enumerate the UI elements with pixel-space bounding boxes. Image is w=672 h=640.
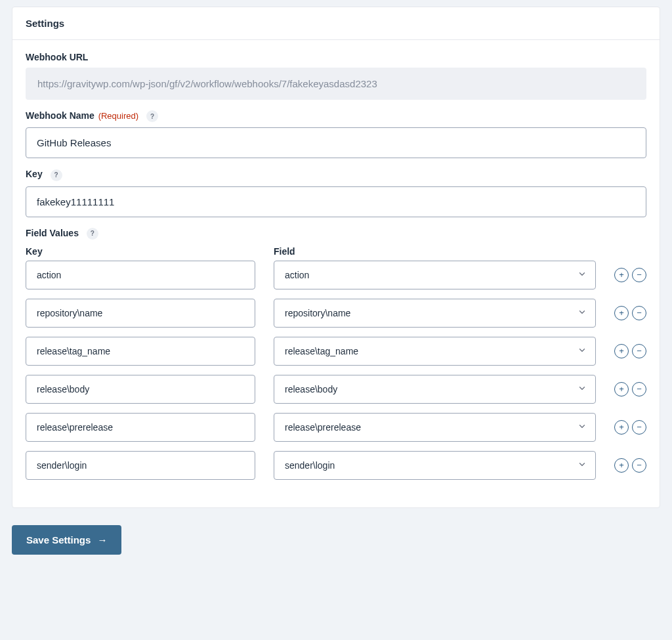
webhook-name-input[interactable] [26, 127, 646, 158]
field-select[interactable]: release\prerelease [274, 413, 596, 442]
field-values-label: Field Values ? [26, 228, 646, 240]
table-row: sender\login+− [26, 451, 646, 480]
field-select-wrap: release\body [274, 375, 596, 404]
table-row: release\tag_name+− [26, 337, 646, 366]
remove-row-button[interactable]: − [632, 344, 646, 358]
table-row: repository\name+− [26, 299, 646, 328]
remove-row-button[interactable]: − [632, 420, 646, 435]
table-row: action+− [26, 261, 646, 289]
row-controls: +− [614, 306, 646, 320]
minus-icon: − [637, 461, 642, 469]
plus-icon: + [619, 347, 624, 355]
webhook-name-label-text: Webhook Name [26, 110, 94, 121]
webhook-url-group: Webhook URL https://gravitywp.com/wp-jso… [26, 52, 646, 100]
plus-icon: + [619, 461, 624, 469]
field-key-input[interactable] [26, 375, 255, 404]
remove-row-button[interactable]: − [632, 458, 646, 473]
add-row-button[interactable]: + [614, 458, 629, 473]
column-header-field: Field [274, 246, 646, 257]
field-values-section: Field Values ? Key Field action+−reposit… [26, 228, 646, 480]
remove-row-button[interactable]: − [632, 382, 646, 396]
help-icon[interactable]: ? [87, 228, 98, 240]
field-select[interactable]: release\tag_name [274, 337, 596, 366]
field-rows-container: action+−repository\name+−release\tag_nam… [26, 261, 646, 480]
add-row-button[interactable]: + [614, 382, 629, 396]
minus-icon: − [637, 347, 642, 355]
key-group: Key ? [26, 169, 646, 217]
field-select[interactable]: action [274, 261, 596, 289]
arrow-right-icon: → [97, 534, 107, 545]
field-select-wrap: action [274, 261, 596, 289]
plus-icon: + [619, 423, 624, 431]
row-controls: +− [614, 458, 646, 473]
add-row-button[interactable]: + [614, 268, 629, 282]
row-controls: +− [614, 344, 646, 358]
required-indicator: (Required) [98, 111, 138, 121]
field-key-input[interactable] [26, 413, 255, 442]
panel-header: Settings [12, 7, 660, 40]
field-key-input[interactable] [26, 337, 255, 366]
save-button-label: Save Settings [26, 534, 91, 545]
plus-icon: + [619, 270, 624, 279]
help-icon[interactable]: ? [146, 110, 158, 122]
webhook-url-value: https://gravitywp.com/wp-json/gf/v2/work… [26, 68, 646, 100]
panel-title: Settings [26, 18, 646, 29]
column-header-key: Key [26, 246, 255, 257]
minus-icon: − [637, 309, 642, 317]
help-icon[interactable]: ? [51, 169, 62, 181]
field-select-wrap: sender\login [274, 451, 596, 480]
field-select[interactable]: repository\name [274, 299, 596, 328]
field-select[interactable]: release\body [274, 375, 596, 404]
footer: Save Settings → [0, 508, 672, 574]
field-select-wrap: release\prerelease [274, 413, 596, 442]
minus-icon: − [637, 270, 642, 279]
table-row: release\body+− [26, 375, 646, 404]
table-row: release\prerelease+− [26, 413, 646, 442]
field-values-label-text: Field Values [26, 228, 79, 238]
webhook-name-group: Webhook Name (Required) ? [26, 110, 646, 158]
row-controls: +− [614, 420, 646, 435]
panel-body: Webhook URL https://gravitywp.com/wp-jso… [12, 40, 660, 507]
minus-icon: − [637, 385, 642, 393]
key-label-text: Key [26, 169, 43, 179]
add-row-button[interactable]: + [614, 306, 629, 320]
columns-header: Key Field [26, 246, 646, 257]
remove-row-button[interactable]: − [632, 306, 646, 320]
field-select-wrap: release\tag_name [274, 337, 596, 366]
plus-icon: + [619, 309, 624, 317]
webhook-url-label: Webhook URL [26, 52, 646, 62]
webhook-name-label: Webhook Name (Required) ? [26, 110, 646, 122]
field-select-wrap: repository\name [274, 299, 596, 328]
key-label: Key ? [26, 169, 646, 181]
field-key-input[interactable] [26, 261, 255, 289]
field-key-input[interactable] [26, 299, 255, 328]
add-row-button[interactable]: + [614, 344, 629, 358]
plus-icon: + [619, 385, 624, 393]
key-input[interactable] [26, 186, 646, 217]
field-key-input[interactable] [26, 451, 255, 480]
field-select[interactable]: sender\login [274, 451, 596, 480]
add-row-button[interactable]: + [614, 420, 629, 435]
remove-row-button[interactable]: − [632, 268, 646, 282]
row-controls: +− [614, 382, 646, 396]
save-settings-button[interactable]: Save Settings → [12, 525, 121, 555]
minus-icon: − [637, 423, 642, 431]
settings-panel: Settings Webhook URL https://gravitywp.c… [12, 7, 660, 508]
row-controls: +− [614, 268, 646, 282]
